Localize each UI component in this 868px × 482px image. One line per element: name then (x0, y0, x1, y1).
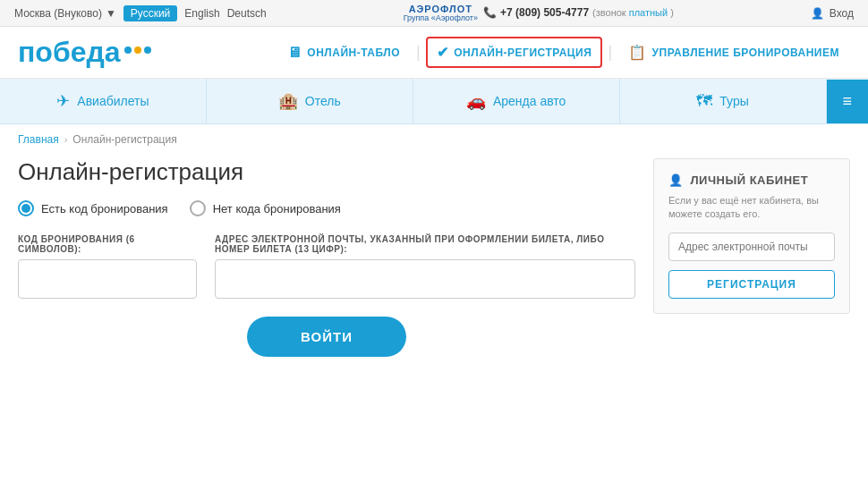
sidebar-description: Если у вас ещё нет кабинета, вы можете с… (668, 194, 835, 222)
sidebar-personal-card: 👤 ЛИЧНЫЙ КАБИНЕТ Если у вас ещё нет каби… (653, 158, 850, 314)
hotel-label: Отель (305, 94, 341, 108)
login-label: Вход (830, 7, 854, 20)
nav-divider-1: | (416, 43, 421, 62)
form-row: КОД БРОНИРОВАНИЯ (6 СИМВОЛОВ): АДРЕС ЭЛЕ… (18, 234, 635, 299)
logo-dot-1 (124, 47, 132, 54)
phone-section: 📞 +7 (809) 505-4777 (звонок платный ) (483, 6, 674, 19)
city-selector[interactable]: Москва (Внуково) ▼ (14, 7, 116, 20)
breadcrumb: Главная › Онлайн-регистрация (0, 124, 868, 149)
booking-code-radio-group: Есть код бронирования Нет кода бронирова… (18, 200, 635, 216)
registration-icon: ✔ (437, 44, 449, 61)
top-bar-left: Москва (Внуково) ▼ Русский English Deuts… (14, 5, 267, 21)
email-ticket-input[interactable] (215, 259, 635, 299)
logo[interactable]: победа (18, 36, 151, 69)
logo-dots (124, 47, 151, 59)
page-content: Онлайн-регистрация Есть код бронирования… (0, 149, 868, 375)
header-nav: 🖥 ОНЛАЙН-ТАБЛО | ✔ ОНЛАЙН-РЕГИСТРАЦИЯ | … (277, 37, 850, 68)
sidebar-title: 👤 ЛИЧНЫЙ КАБИНЕТ (668, 173, 835, 187)
user-icon: 👤 (811, 7, 824, 20)
login-btn-row: ВОЙТИ (18, 317, 635, 357)
lang-de-link[interactable]: Deutsch (227, 7, 267, 20)
city-dropdown-arrow: ▼ (106, 7, 116, 20)
mainnav-flights[interactable]: ✈ Авиабилеты (0, 79, 207, 123)
sidebar-register-button[interactable]: РЕГИСТРАЦИЯ (668, 270, 835, 299)
aeroflot-logo: АЭРОФЛОТ Группа «Аэрофлот» (404, 4, 478, 23)
nav-registration-label: ОНЛАЙН-РЕГИСТРАЦИЯ (454, 47, 591, 59)
logo-dot-2 (134, 47, 141, 54)
nav-booking-label: УПРАВЛЕНИЕ БРОНИРОВАНИЕМ (652, 47, 839, 59)
tours-label: Туры (719, 94, 748, 108)
booking-code-label: КОД БРОНИРОВАНИЯ (6 СИМВОЛОВ): (18, 234, 197, 254)
flights-icon: ✈ (56, 91, 70, 111)
phone-number: +7 (809) 505-4777 (500, 6, 589, 19)
radio-has-code-label: Есть код бронирования (41, 202, 168, 216)
mainnav-car[interactable]: 🚗 Аренда авто (413, 79, 620, 123)
breadcrumb-home[interactable]: Главная (18, 133, 59, 146)
email-ticket-group: АДРЕС ЭЛЕКТРОННОЙ ПОЧТЫ, УКАЗАННЫЙ ПРИ О… (215, 234, 635, 299)
main-section: Онлайн-регистрация Есть код бронирования… (18, 158, 635, 357)
hotel-icon: 🏨 (278, 91, 298, 111)
sidebar: 👤 ЛИЧНЫЙ КАБИНЕТ Если у вас ещё нет каби… (653, 158, 850, 357)
aeroflot-group: Группа «Аэрофлот» (404, 14, 478, 23)
breadcrumb-separator: › (64, 134, 68, 145)
phone-note: (звонок платный ) (592, 7, 674, 18)
sidebar-email-input[interactable] (668, 233, 835, 261)
nav-tablo[interactable]: 🖥 ОНЛАЙН-ТАБЛО (277, 38, 411, 68)
logo-dot-3 (144, 47, 151, 54)
booking-code-group: КОД БРОНИРОВАНИЯ (6 СИМВОЛОВ): (18, 234, 197, 299)
login-button[interactable]: ВОЙТИ (247, 317, 406, 357)
radio-no-code-label: Нет кода бронирования (213, 202, 341, 216)
login-button-top[interactable]: 👤 Вход (811, 7, 854, 20)
tablo-icon: 🖥 (287, 45, 302, 61)
nav-registration[interactable]: ✔ ОНЛАЙН-РЕГИСТРАЦИЯ (426, 37, 603, 68)
aeroflot-name: АЭРОФЛОТ (409, 4, 472, 14)
radio-has-code[interactable]: Есть код бронирования (18, 200, 168, 216)
email-ticket-label: АДРЕС ЭЛЕКТРОННОЙ ПОЧТЫ, УКАЗАННЫЙ ПРИ О… (215, 234, 635, 254)
phone-rate-link[interactable]: платный (629, 7, 668, 18)
lang-en-link[interactable]: English (184, 7, 219, 20)
nav-divider-2: | (608, 43, 612, 62)
page-title: Онлайн-регистрация (18, 158, 635, 186)
nav-tablo-label: ОНЛАЙН-ТАБЛО (307, 47, 400, 59)
mainnav-tours[interactable]: 🗺 Туры (620, 80, 827, 123)
hamburger-icon: ≡ (843, 92, 853, 110)
phone-icon: 📞 (483, 6, 497, 19)
main-nav: ✈ Авиабилеты 🏨 Отель 🚗 Аренда авто 🗺 Тур… (0, 79, 868, 124)
header: победа 🖥 ОНЛАЙН-ТАБЛО | ✔ ОНЛАЙН-РЕГИСТР… (0, 27, 868, 79)
top-bar: Москва (Внуково) ▼ Русский English Deuts… (0, 0, 868, 27)
logo-text: победа (18, 36, 121, 69)
sidebar-user-icon: 👤 (668, 173, 684, 187)
radio-no-code[interactable]: Нет кода бронирования (190, 200, 341, 216)
car-label: Аренда авто (493, 94, 566, 108)
breadcrumb-current: Онлайн-регистрация (72, 133, 176, 146)
mainnav-hotel[interactable]: 🏨 Отель (207, 79, 413, 123)
flights-label: Авиабилеты (77, 94, 149, 108)
top-bar-center: АЭРОФЛОТ Группа «Аэрофлот» 📞 +7 (809) 50… (404, 4, 674, 23)
lang-ru-button[interactable]: Русский (123, 5, 178, 21)
tours-icon: 🗺 (696, 92, 712, 111)
radio-no-code-circle (190, 200, 206, 216)
city-name: Москва (Внуково) (14, 7, 102, 20)
car-icon: 🚗 (466, 91, 486, 111)
sidebar-title-text: ЛИЧНЫЙ КАБИНЕТ (691, 173, 809, 187)
booking-code-input[interactable] (18, 259, 197, 299)
nav-booking[interactable]: 📋 УПРАВЛЕНИЕ БРОНИРОВАНИЕМ (617, 37, 850, 68)
radio-has-code-circle (18, 200, 34, 216)
booking-icon: 📋 (628, 44, 647, 61)
hamburger-menu[interactable]: ≡ (827, 80, 869, 123)
